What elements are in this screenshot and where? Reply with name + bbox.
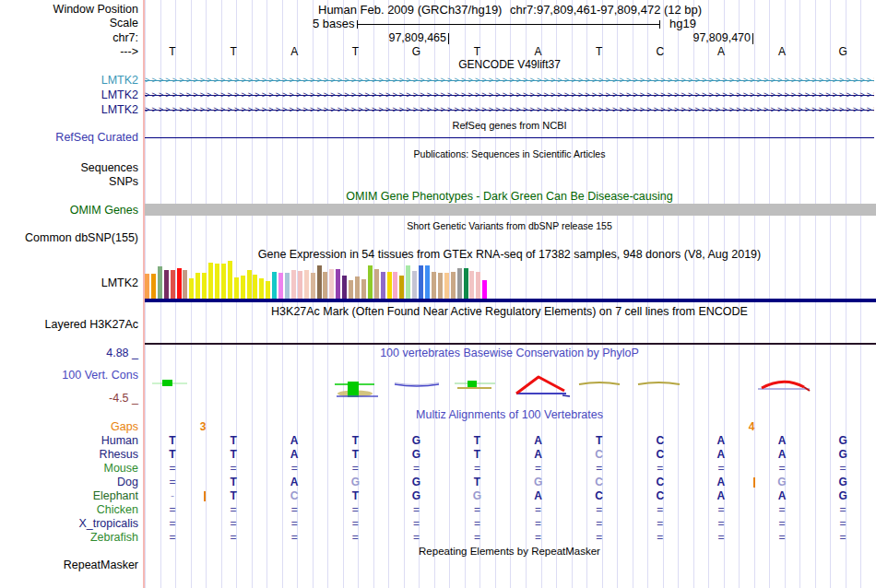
gtex-tissue-bar[interactable] — [412, 271, 417, 299]
gtex-tissue-bar[interactable] — [457, 268, 462, 299]
gtex-tissue-bar[interactable] — [151, 274, 156, 299]
gtex-tissue-bar[interactable] — [451, 272, 456, 299]
gtex-tissue-bar[interactable] — [145, 274, 149, 299]
gtex-tissue-bar[interactable] — [247, 270, 252, 299]
gtex-tissue-bar[interactable] — [393, 272, 397, 299]
gtex-tissue-bar[interactable] — [432, 272, 436, 299]
alignment-base: = — [530, 518, 547, 530]
gtex-tissue-bar[interactable] — [374, 269, 379, 299]
gtex-tissue-bar[interactable] — [469, 271, 474, 299]
gtex-tissue-bar[interactable] — [304, 270, 309, 299]
gtex-tissue-bar[interactable] — [399, 276, 404, 299]
gtex-tissue-bar[interactable] — [221, 264, 226, 299]
omim-genes-label[interactable]: OMIM Genes — [70, 205, 138, 217]
gtex-tissue-bar[interactable] — [228, 261, 232, 299]
publications-snps-label[interactable]: SNPs — [109, 176, 138, 188]
gridline — [830, 0, 831, 588]
gtex-tissue-bar[interactable] — [189, 278, 194, 299]
gtex-tissue-bar[interactable] — [285, 273, 290, 299]
sequence-base: A — [774, 46, 790, 58]
gtex-tissue-bar[interactable] — [482, 280, 487, 299]
gridline — [815, 0, 816, 588]
gtex-tissue-bar[interactable] — [241, 276, 245, 299]
gtex-tissue-bar[interactable] — [317, 265, 322, 299]
gtex-tissue-bar[interactable] — [158, 266, 162, 299]
strand-arrow-label[interactable]: ---> — [120, 46, 138, 58]
species-label-rhesus[interactable]: Rhesus — [100, 449, 138, 461]
gtex-tissue-bar[interactable] — [361, 279, 366, 299]
gtex-tissue-bar[interactable] — [438, 273, 443, 299]
gtex-tissue-bar[interactable] — [444, 273, 449, 299]
gene-label-lmtk2-3[interactable]: LMTK2 — [101, 104, 138, 116]
gtex-tissue-bar[interactable] — [336, 269, 340, 299]
gridline — [586, 0, 587, 588]
gtex-tissue-bar[interactable] — [323, 272, 327, 299]
gtex-tissue-bar[interactable] — [234, 277, 239, 299]
alignment-base: = — [408, 532, 424, 544]
gtex-tissue-bar[interactable] — [164, 270, 169, 299]
gtex-tissue-bar[interactable] — [425, 265, 430, 299]
refseq-gene-line[interactable] — [145, 137, 874, 138]
gtex-baseline-bar[interactable] — [145, 299, 876, 302]
species-label-elephant[interactable]: Elephant — [93, 490, 138, 502]
cons-track-label[interactable]: 100 Vert. Cons — [62, 370, 138, 382]
gtex-tissue-bar[interactable] — [329, 269, 334, 299]
gtex-tissue-bar[interactable] — [215, 264, 219, 299]
gtex-tissue-bar[interactable] — [368, 265, 373, 299]
alignment-base: T — [225, 490, 242, 502]
species-label-mouse[interactable]: Mouse — [103, 463, 138, 475]
gencode-gene-arrow-row[interactable]: >>>>>>>>>>>>>>>>>>>>>>>>>>>>>>>>>>>>>>>>… — [145, 104, 874, 116]
alignment-base: T — [225, 476, 242, 488]
species-label-chicken[interactable]: Chicken — [97, 504, 138, 516]
gtex-tissue-bar[interactable] — [387, 272, 392, 299]
gtex-tissue-bar[interactable] — [419, 265, 423, 299]
gtex-tissue-bar[interactable] — [342, 276, 347, 299]
gtex-tissue-bar[interactable] — [195, 273, 200, 299]
gtex-tissue-bar[interactable] — [253, 275, 257, 299]
gtex-gene-label[interactable]: LMTK2 — [101, 277, 138, 289]
alignment-base: A — [286, 435, 302, 447]
sequence-base: A — [530, 46, 547, 58]
gtex-tissue-bar[interactable] — [406, 265, 410, 299]
gtex-tissue-bar[interactable] — [381, 272, 385, 299]
species-label-human[interactable]: Human — [101, 435, 138, 447]
gtex-tissue-bar[interactable] — [202, 273, 207, 299]
gtex-tissue-bar[interactable] — [171, 270, 175, 299]
conservation-signal[interactable] — [145, 371, 876, 405]
gtex-tissue-bar[interactable] — [278, 273, 283, 299]
gtex-tissue-bar[interactable] — [208, 263, 213, 299]
publications-sequences-label[interactable]: Sequences — [80, 162, 138, 174]
species-label-x_tropicalis[interactable]: X_tropicalis — [78, 518, 138, 530]
alignment-base: = — [652, 532, 669, 544]
alignment-base: = — [835, 532, 851, 544]
gtex-tissue-bar[interactable] — [355, 276, 360, 299]
gaps-row-label[interactable]: Gaps — [111, 421, 138, 433]
gtex-tissue-bar[interactable] — [266, 281, 270, 299]
omim-gene-bar[interactable] — [145, 204, 876, 216]
gtex-tissue-bar[interactable] — [349, 280, 353, 299]
gtex-tissue-bar[interactable] — [272, 272, 277, 299]
repeatmasker-label[interactable]: RepeatMasker — [64, 559, 138, 571]
gene-label-lmtk2-2[interactable]: LMTK2 — [101, 89, 138, 101]
gtex-tissue-bar[interactable] — [476, 272, 480, 299]
species-label-zebrafish[interactable]: Zebrafish — [90, 532, 138, 544]
gtex-tissue-bar[interactable] — [291, 270, 296, 299]
layered-h3k27ac-label[interactable]: Layered H3K27Ac — [45, 319, 138, 331]
alignment-base: A — [530, 490, 547, 502]
alignment-base: G — [408, 435, 424, 447]
refseq-curated-label[interactable]: RefSeq Curated — [55, 132, 138, 144]
species-label-dog[interactable]: Dog — [117, 476, 138, 488]
gtex-tissue-bar[interactable] — [298, 271, 302, 299]
gtex-tissue-bar[interactable] — [464, 268, 468, 299]
alignment-base: G — [835, 490, 851, 502]
gtex-tissue-bar[interactable] — [311, 273, 315, 299]
common-dbsnp-label[interactable]: Common dbSNP(155) — [25, 232, 138, 244]
gencode-gene-arrow-row[interactable]: >>>>>>>>>>>>>>>>>>>>>>>>>>>>>>>>>>>>>>>>… — [145, 89, 874, 101]
gridline — [708, 0, 709, 588]
gtex-tissue-bar[interactable] — [183, 270, 187, 299]
gtex-tissue-bar[interactable] — [259, 278, 264, 299]
gene-label-lmtk2-1[interactable]: LMTK2 — [101, 75, 138, 87]
gtex-tissue-bar[interactable] — [177, 268, 182, 299]
gencode-gene-arrow-row[interactable]: >>>>>>>>>>>>>>>>>>>>>>>>>>>>>>>>>>>>>>>>… — [145, 75, 874, 87]
h3k27ac-signal-line[interactable] — [145, 343, 876, 345]
